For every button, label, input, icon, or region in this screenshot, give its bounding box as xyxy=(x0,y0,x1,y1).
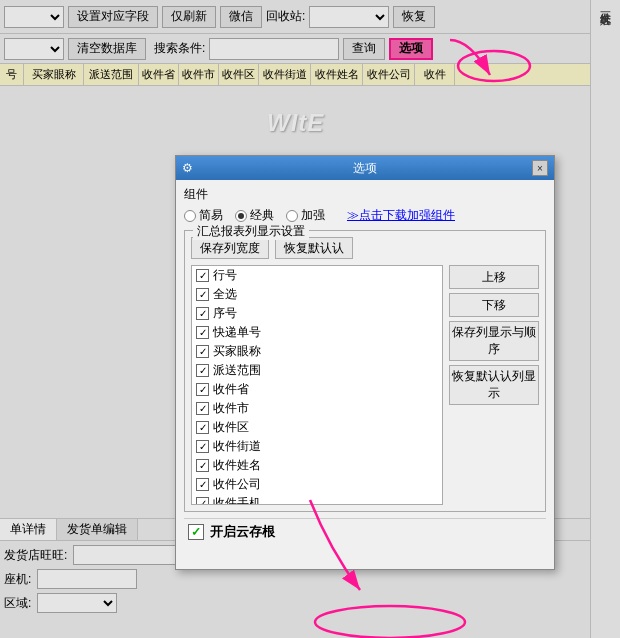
checklist-item[interactable]: ✓序号 xyxy=(192,304,442,323)
checkbox-icon: ✓ xyxy=(196,326,209,339)
btn-restore-display[interactable]: 恢复默认认列显示 xyxy=(449,365,539,405)
checklist-item-label: 快递单号 xyxy=(213,324,261,341)
checklist-item-label: 行号 xyxy=(213,267,237,284)
checklist-item[interactable]: ✓买家眼称 xyxy=(192,342,442,361)
btn-down[interactable]: 下移 xyxy=(449,293,539,317)
checklist-item[interactable]: ✓收件手机 xyxy=(192,494,442,505)
modal-title-bar: ⚙ 选项 × xyxy=(176,156,554,180)
radio-simple-label: 简易 xyxy=(199,207,223,224)
checkbox-icon: ✓ xyxy=(196,364,209,377)
checkbox-icon: ✓ xyxy=(196,383,209,396)
btn-restore-default[interactable]: 恢复默认认 xyxy=(275,237,353,259)
checklist-item-label: 收件公司 xyxy=(213,476,261,493)
checkbox-icon: ✓ xyxy=(196,440,209,453)
checklist-item[interactable]: ✓收件姓名 xyxy=(192,456,442,475)
radio-enhanced-label: 加强 xyxy=(301,207,325,224)
checklist-area[interactable]: ✓行号✓全选✓序号✓快递单号✓买家眼称✓派送范围✓收件省✓收件市✓收件区✓收件街… xyxy=(191,265,443,505)
checklist-item[interactable]: ✓收件区 xyxy=(192,418,442,437)
checkbox-icon: ✓ xyxy=(196,478,209,491)
top-action-buttons: 保存列宽度 恢复默认认 xyxy=(191,237,539,259)
modal-title-icon: ⚙ xyxy=(182,161,193,175)
checkbox-icon: ✓ xyxy=(196,307,209,320)
modal-title-text: 选项 xyxy=(353,160,377,177)
display-settings-group: 汇总报表列显示设置 保存列宽度 恢复默认认 ✓行号✓全选✓序号✓快递单号✓买家眼… xyxy=(184,230,546,512)
checklist-item[interactable]: ✓收件省 xyxy=(192,380,442,399)
checkbox-icon: ✓ xyxy=(196,402,209,415)
btn-up[interactable]: 上移 xyxy=(449,265,539,289)
checklist-item[interactable]: ✓派送范围 xyxy=(192,361,442,380)
radio-enhanced-circle xyxy=(286,210,298,222)
radio-simple-circle xyxy=(184,210,196,222)
checklist-item-label: 收件街道 xyxy=(213,438,261,455)
group-title: 汇总报表列显示设置 xyxy=(193,223,309,240)
checklist-item-label: 派送范围 xyxy=(213,362,261,379)
modal-bottom: ✓ 开启云存根 xyxy=(184,518,546,545)
cloud-check-icon: ✓ xyxy=(188,524,204,540)
btn-save-display[interactable]: 保存列显示与顺序 xyxy=(449,321,539,361)
options-modal: ⚙ 选项 × 组件 简易 经典 加强 ≫点击下载加强组件 汇总报表列显示设置 xyxy=(175,155,555,570)
cloud-label: 开启云存根 xyxy=(210,523,275,541)
checkbox-icon: ✓ xyxy=(196,497,209,505)
btn-save-width[interactable]: 保存列宽度 xyxy=(191,237,269,259)
checklist-item-label: 收件姓名 xyxy=(213,457,261,474)
checklist-item-label: 收件手机 xyxy=(213,495,261,505)
section-component-label: 组件 xyxy=(184,186,546,203)
radio-classic[interactable]: 经典 xyxy=(235,207,274,224)
checkbox-icon: ✓ xyxy=(196,269,209,282)
checklist-item[interactable]: ✓收件市 xyxy=(192,399,442,418)
checklist-item-label: 收件区 xyxy=(213,419,249,436)
checklist-item-label: 收件市 xyxy=(213,400,249,417)
checklist-item[interactable]: ✓收件公司 xyxy=(192,475,442,494)
radio-enhanced[interactable]: 加强 xyxy=(286,207,325,224)
checklist-item[interactable]: ✓快递单号 xyxy=(192,323,442,342)
checkbox-icon: ✓ xyxy=(196,421,209,434)
checklist-item-label: 收件省 xyxy=(213,381,249,398)
checklist-item[interactable]: ✓行号 xyxy=(192,266,442,285)
radio-classic-circle xyxy=(235,210,247,222)
radio-group-component: 简易 经典 加强 ≫点击下载加强组件 xyxy=(184,207,546,224)
modal-content-area: ✓行号✓全选✓序号✓快递单号✓买家眼称✓派送范围✓收件省✓收件市✓收件区✓收件街… xyxy=(191,265,539,505)
checkbox-icon: ✓ xyxy=(196,459,209,472)
checklist-item[interactable]: ✓收件街道 xyxy=(192,437,442,456)
modal-close-button[interactable]: × xyxy=(532,160,548,176)
checklist-item-label: 全选 xyxy=(213,286,237,303)
radio-simple[interactable]: 简易 xyxy=(184,207,223,224)
checklist-item-label: 买家眼称 xyxy=(213,343,261,360)
checkbox-icon: ✓ xyxy=(196,288,209,301)
checklist-item-label: 序号 xyxy=(213,305,237,322)
cloud-checkbox[interactable]: ✓ 开启云存根 xyxy=(188,523,275,541)
action-buttons: 上移 下移 保存列显示与顺序 恢复默认认列显示 xyxy=(449,265,539,505)
checkbox-icon: ✓ xyxy=(196,345,209,358)
modal-body: 组件 简易 经典 加强 ≫点击下载加强组件 汇总报表列显示设置 保存列宽度 恢复… xyxy=(176,180,554,551)
download-link[interactable]: ≫点击下载加强组件 xyxy=(347,207,455,224)
checklist-item[interactable]: ✓全选 xyxy=(192,285,442,304)
radio-classic-label: 经典 xyxy=(250,207,274,224)
